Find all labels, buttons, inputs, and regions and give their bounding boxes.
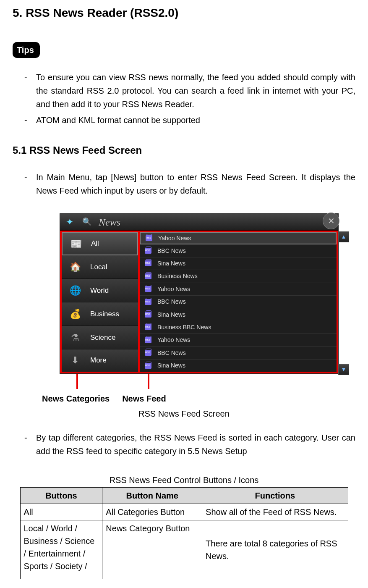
intro-item: In Main Menu, tap [News] button to enter… (24, 171, 355, 197)
arrow-down-icon: ⬇ (66, 352, 84, 369)
figure-caption: RSS News Feed Screen (138, 407, 355, 420)
control-buttons-table: Buttons Button Name Functions All All Ca… (20, 487, 348, 579)
newspaper-icon: 📰 (67, 235, 85, 252)
feed-label: Business BBC News (157, 323, 211, 332)
outro-item: By tap different categories, the RSS New… (24, 431, 355, 458)
rss-icon (146, 235, 152, 241)
tip-item: To ensure you can view RSS news normally… (24, 71, 355, 111)
feed-item[interactable]: Business BBC News (140, 321, 337, 334)
category-business[interactable]: 💰 Business (62, 302, 138, 326)
feed-label: BBC News (157, 297, 186, 306)
feed-item[interactable]: Business News (140, 270, 337, 283)
table-header-functions: Functions (202, 488, 348, 504)
feed-item[interactable]: Sina News (140, 308, 337, 321)
category-more[interactable]: ⬇ More (62, 349, 138, 371)
category-label: More (90, 355, 107, 366)
rss-icon (145, 273, 151, 279)
feed-item[interactable]: BBC News (140, 244, 337, 257)
table-caption: RSS News Feed Control Buttons / Icons (20, 474, 348, 486)
annotation-labels: News Categories News Feed (42, 392, 368, 405)
table-cell: Show all of the Feed of RSS News. (202, 504, 348, 520)
screenshot-body: 📰 All 🏠 Local 🌐 World 💰 Business ⚗ Scien… (60, 231, 338, 373)
annotation-categories-label: News Categories (42, 392, 110, 405)
table-row: All All Categories Button Show all of th… (20, 504, 348, 520)
category-label: Business (90, 309, 119, 320)
feed-item[interactable]: Sina News (140, 257, 337, 270)
house-icon: 🏠 (66, 259, 84, 276)
table-cell: Local / World / Business / Science / Ent… (20, 520, 102, 579)
rss-icon (145, 248, 151, 254)
feed-label: BBC News (157, 247, 186, 255)
table-row: Local / World / Business / Science / Ent… (20, 520, 348, 579)
feed-item[interactable]: Yahoo News (140, 283, 337, 296)
coins-icon: 💰 (66, 306, 84, 323)
feed-item[interactable]: Yahoo News (140, 334, 337, 346)
annotation-feed-label: News Feed (122, 392, 166, 405)
category-all[interactable]: 📰 All (62, 232, 138, 255)
globe-icon: 🌐 (66, 282, 84, 299)
intro-list: In Main Menu, tap [News] button to enter… (13, 171, 355, 197)
page-title: 5. RSS News Reader (RSS2.0) (13, 4, 355, 22)
scrollbar[interactable]: ▲ ▼ (338, 231, 349, 375)
feed-item[interactable]: BBC News (140, 296, 337, 308)
screenshot-title: News (94, 215, 120, 230)
tips-list: To ensure you can view RSS news normally… (13, 71, 355, 127)
feed-item[interactable]: Yahoo News (140, 232, 337, 244)
category-label: Science (90, 332, 115, 343)
feed-item[interactable]: Sina News (140, 360, 337, 372)
rss-icon (145, 286, 151, 292)
annotation-line (148, 374, 149, 389)
category-local[interactable]: 🏠 Local (62, 255, 138, 279)
table-header-buttons: Buttons (20, 488, 102, 504)
table-cell: There are total 8 categories of RSS News… (202, 520, 348, 579)
category-world[interactable]: 🌐 World (62, 279, 138, 302)
feed-item[interactable]: BBC News (140, 347, 337, 360)
feed-label: Yahoo News (157, 285, 190, 294)
scroll-down-icon[interactable]: ▼ (338, 364, 349, 375)
news-feed-panel: Yahoo News BBC News Sina News Business N… (140, 232, 337, 372)
category-label: Local (90, 262, 107, 273)
table-cell: News Category Button (102, 520, 202, 579)
rss-icon (145, 312, 151, 318)
category-science[interactable]: ⚗ Science (62, 326, 138, 349)
table-header-row: Buttons Button Name Functions (20, 488, 348, 504)
table-header-name: Button Name (102, 488, 202, 504)
annotation-line (76, 374, 78, 389)
rss-icon (145, 363, 151, 369)
feed-label: Sina News (157, 259, 185, 268)
annotation-lines (60, 374, 339, 392)
section-heading: 5.1 RSS News Feed Screen (13, 143, 355, 158)
table-cell: All Categories Button (102, 504, 202, 520)
table-cell: All (20, 504, 102, 520)
rss-icon (145, 337, 151, 343)
rss-icon (145, 299, 151, 305)
feed-label: Sina News (157, 310, 185, 319)
feed-label: Yahoo News (158, 234, 191, 243)
feed-label: Yahoo News (157, 336, 190, 344)
rss-screenshot: ✦ 🔍 News ✕ 📰 All 🏠 Local 🌐 World 💰 Busin… (60, 213, 339, 374)
rss-icon (145, 324, 151, 330)
home-icon[interactable]: ✦ (60, 215, 79, 229)
close-icon[interactable]: ✕ (323, 213, 339, 229)
screenshot-header: ✦ 🔍 News ✕ (60, 214, 338, 231)
tips-badge: Tips (13, 42, 40, 58)
search-icon[interactable]: 🔍 (79, 216, 94, 228)
feed-label: Business News (157, 272, 198, 281)
feed-label: Sina News (157, 361, 185, 370)
rss-icon (145, 350, 151, 356)
outro-list: By tap different categories, the RSS New… (13, 431, 355, 458)
feed-label: BBC News (157, 349, 186, 357)
flask-icon: ⚗ (66, 329, 84, 346)
category-label: All (91, 238, 99, 249)
news-categories-panel: 📰 All 🏠 Local 🌐 World 💰 Business ⚗ Scien… (62, 232, 140, 372)
category-label: World (90, 285, 109, 296)
rss-icon (145, 260, 151, 266)
tip-item: ATOM and KML format cannot be supported (24, 113, 355, 127)
scroll-up-icon[interactable]: ▲ (338, 231, 349, 242)
